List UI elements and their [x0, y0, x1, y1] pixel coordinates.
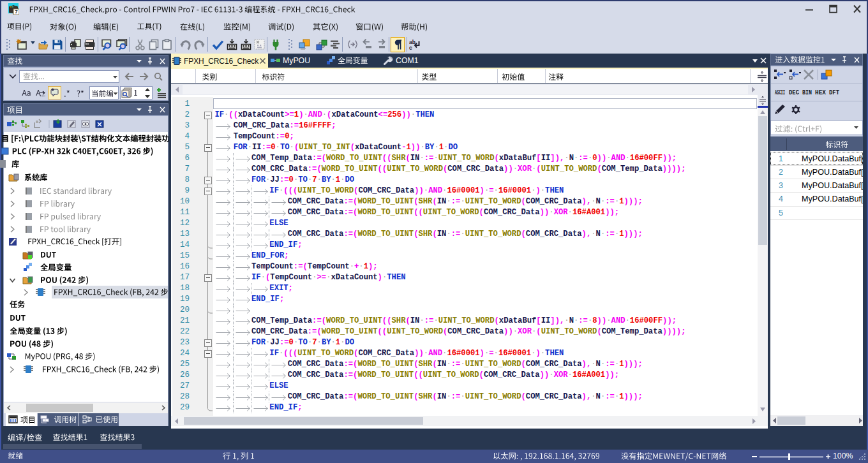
svg-text:7: 7: [15, 9, 18, 15]
svg-text:c: c: [409, 45, 412, 51]
svg-text:HEX: HEX: [815, 89, 827, 96]
svg-text:DEC: DEC: [789, 89, 800, 96]
svg-text:BIN: BIN: [802, 89, 812, 96]
svg-text:DFT: DFT: [829, 89, 839, 96]
svg-text:ASCII: ASCII: [775, 89, 785, 96]
